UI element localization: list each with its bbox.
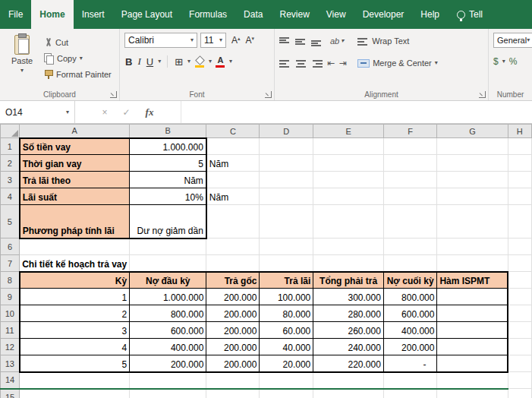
cell-A7[interactable]: Chi tiết kế hoạch trả vay bbox=[20, 255, 130, 272]
row-header-3[interactable]: 3 bbox=[1, 172, 20, 188]
cell-G15[interactable] bbox=[437, 389, 508, 398]
tab-page-layout[interactable]: Page Layout bbox=[113, 0, 181, 29]
cell-B14[interactable] bbox=[130, 372, 206, 389]
cell-C5[interactable] bbox=[206, 205, 260, 238]
cell-B1[interactable]: 1.000.000 bbox=[130, 138, 206, 155]
cell-F14[interactable] bbox=[383, 372, 437, 389]
accounting-format-icon[interactable]: $ bbox=[493, 56, 499, 67]
column-header-C[interactable]: C bbox=[206, 125, 260, 138]
decrease-indent-icon[interactable]: ⇤ bbox=[327, 58, 335, 68]
row-header-8[interactable]: 8 bbox=[1, 272, 20, 289]
cell-B10[interactable]: 800.000 bbox=[130, 305, 206, 322]
cell-H6[interactable] bbox=[508, 238, 531, 255]
cell-D4[interactable] bbox=[260, 188, 313, 205]
cell-E13[interactable]: 220.000 bbox=[313, 355, 384, 372]
wrap-text-button[interactable]: Wrap Text bbox=[357, 36, 409, 46]
align-top-icon[interactable] bbox=[279, 36, 291, 46]
row-header-5[interactable]: 5 bbox=[1, 205, 20, 238]
cell-C15[interactable] bbox=[206, 389, 260, 398]
cell-C11[interactable]: 200.000 bbox=[206, 322, 260, 339]
cell-E7[interactable] bbox=[313, 255, 384, 272]
column-header-B[interactable]: B bbox=[130, 125, 206, 138]
cell-C1[interactable] bbox=[206, 138, 260, 155]
cell-H3[interactable] bbox=[508, 172, 531, 188]
cell-D6[interactable] bbox=[260, 238, 313, 255]
cell-H9[interactable] bbox=[508, 289, 531, 305]
cell-H2[interactable] bbox=[508, 155, 531, 172]
cell-G6[interactable] bbox=[437, 238, 508, 255]
cell-E8[interactable]: Tổng phải trả bbox=[313, 272, 384, 289]
paste-button[interactable]: Paste ▾ bbox=[5, 33, 39, 88]
cell-B12[interactable]: 400.000 bbox=[130, 339, 206, 355]
cell-D5[interactable] bbox=[260, 205, 313, 238]
cell-F4[interactable] bbox=[383, 188, 437, 205]
tab-home[interactable]: Home bbox=[31, 0, 73, 29]
cell-E1[interactable] bbox=[313, 138, 384, 155]
cell-E4[interactable] bbox=[313, 188, 384, 205]
font-dialog-launcher-icon[interactable] bbox=[265, 91, 272, 98]
row-header-6[interactable]: 6 bbox=[1, 238, 20, 255]
cell-B5[interactable]: Dư nợ giảm dần bbox=[130, 205, 206, 238]
cell-G11[interactable] bbox=[437, 322, 508, 339]
cell-C13[interactable]: 200.000 bbox=[206, 355, 260, 372]
cell-H5[interactable] bbox=[508, 205, 531, 238]
cell-E5[interactable] bbox=[313, 205, 384, 238]
tab-file[interactable]: File bbox=[0, 0, 31, 29]
cell-C6[interactable] bbox=[206, 238, 260, 255]
cell-D1[interactable] bbox=[260, 138, 313, 155]
cell-E10[interactable]: 280.000 bbox=[313, 305, 384, 322]
cell-C7[interactable] bbox=[206, 255, 260, 272]
cell-A5[interactable]: Phương pháp tính lãi bbox=[20, 205, 130, 238]
cell-D15[interactable] bbox=[260, 389, 313, 398]
tab-view[interactable]: View bbox=[318, 0, 354, 29]
column-header-E[interactable]: E bbox=[313, 125, 384, 138]
cell-G14[interactable] bbox=[437, 372, 508, 389]
row-header-14[interactable]: 14 bbox=[1, 372, 20, 389]
cell-H4[interactable] bbox=[508, 188, 531, 205]
tab-formulas[interactable]: Formulas bbox=[181, 0, 235, 29]
cell-D3[interactable] bbox=[260, 172, 313, 188]
cell-H12[interactable] bbox=[508, 339, 531, 355]
cell-F7[interactable] bbox=[383, 255, 437, 272]
cell-G9[interactable] bbox=[437, 289, 508, 305]
number-format-combo[interactable]: General ▾ bbox=[493, 33, 532, 48]
cell-C4[interactable]: Năm bbox=[206, 188, 260, 205]
row-header-7[interactable]: 7 bbox=[1, 255, 20, 272]
cell-F11[interactable]: 400.000 bbox=[383, 322, 437, 339]
cell-G13[interactable] bbox=[437, 355, 508, 372]
tell-me-button[interactable]: Tell bbox=[457, 0, 483, 29]
cell-A13[interactable]: 5 bbox=[20, 355, 130, 372]
cell-A3[interactable]: Trả lãi theo bbox=[20, 172, 130, 188]
cell-F15[interactable] bbox=[383, 389, 437, 398]
cell-F12[interactable]: 200.000 bbox=[383, 339, 437, 355]
orientation-button[interactable]: ab▾ bbox=[330, 36, 344, 46]
cell-E6[interactable] bbox=[313, 238, 384, 255]
font-color-button[interactable]: A bbox=[216, 56, 225, 68]
enter-icon[interactable]: ✓ bbox=[123, 107, 131, 118]
percent-format-icon[interactable]: % bbox=[509, 56, 518, 67]
row-header-10[interactable]: 10 bbox=[1, 305, 20, 322]
underline-button[interactable]: U bbox=[146, 56, 154, 68]
row-header-13[interactable]: 13 bbox=[1, 355, 20, 372]
underline-dropdown-arrow[interactable]: ▾ bbox=[158, 58, 161, 65]
cell-C8[interactable]: Trả gốc bbox=[206, 272, 260, 289]
name-box-dropdown-arrow[interactable]: ▾ bbox=[66, 109, 69, 115]
cell-F1[interactable] bbox=[383, 138, 437, 155]
column-header-H[interactable]: H bbox=[508, 125, 531, 138]
cell-F13[interactable]: - bbox=[383, 355, 437, 372]
merge-center-button[interactable]: Merge & Center ▾ bbox=[357, 58, 438, 68]
copy-button[interactable]: Copy ▾ bbox=[44, 52, 112, 65]
cell-H10[interactable] bbox=[508, 305, 531, 322]
accounting-dropdown-arrow[interactable]: ▾ bbox=[502, 58, 505, 65]
cell-D7[interactable] bbox=[260, 255, 313, 272]
cell-B6[interactable] bbox=[130, 238, 206, 255]
cell-H8[interactable] bbox=[508, 272, 531, 289]
font-color-dropdown-arrow[interactable]: ▾ bbox=[229, 58, 232, 65]
cell-D14[interactable] bbox=[260, 372, 313, 389]
fill-color-button[interactable] bbox=[194, 56, 205, 68]
cell-F9[interactable]: 800.000 bbox=[383, 289, 437, 305]
cell-G2[interactable] bbox=[437, 155, 508, 172]
cell-A9[interactable]: 1 bbox=[20, 289, 130, 305]
align-bottom-icon[interactable] bbox=[311, 36, 323, 46]
select-all-button[interactable] bbox=[1, 125, 20, 138]
